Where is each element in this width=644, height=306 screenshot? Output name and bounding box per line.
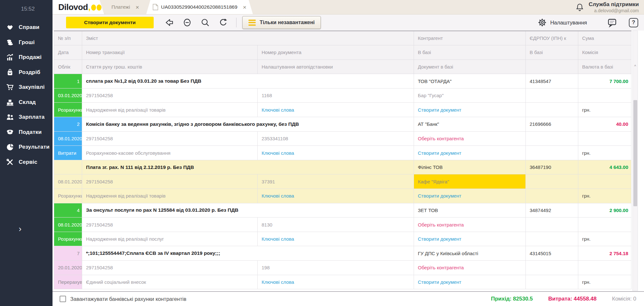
search-icon[interactable] xyxy=(200,17,210,28)
oblik-cell: Розрахунки xyxy=(54,103,82,117)
create-document-link[interactable]: Створити документ xyxy=(414,146,526,160)
support-title: Служба підтримки xyxy=(589,1,639,8)
contragent-cell: ГУ ДПС у Київській області xyxy=(414,246,526,261)
date-cell: 03.01.2020 xyxy=(54,88,82,103)
oblik-cell: Перерахув xyxy=(54,275,82,289)
chat-icon[interactable] xyxy=(607,17,617,28)
totals: Прихід: 82530.5 Витрата: 44558.48 Комісі… xyxy=(491,296,636,302)
handshake-icon xyxy=(5,23,14,32)
settings-button[interactable]: Налаштування xyxy=(537,18,587,27)
table-row: Розрахунки Надходження від реалізації по… xyxy=(54,232,631,246)
col-header-oblik: Облік xyxy=(54,60,82,74)
load-bank-accounts-checkbox[interactable] xyxy=(60,296,66,302)
choose-contragent-link[interactable]: Оберіть контрагента xyxy=(414,131,526,146)
close-icon[interactable]: × xyxy=(136,4,139,10)
create-document-link[interactable]: Створити документ xyxy=(414,103,526,117)
sales-chart-icon xyxy=(5,53,14,61)
col-header-number: № з/п xyxy=(54,31,82,45)
document-number-cell: 198 xyxy=(258,261,414,275)
empty-cell xyxy=(526,275,578,289)
contragent-cell: ТОВ "ОТАРДА" xyxy=(414,74,526,88)
row-number-cell: 2 xyxy=(54,117,82,132)
transaction-number-cell: 2971504258 xyxy=(82,261,258,275)
sidebar-item-sklad[interactable]: Склад xyxy=(0,95,53,110)
table-row: 7 *;101;125554447;Сплата ЄСВ за IV кварт… xyxy=(54,246,631,261)
sidebar-item-spravy[interactable]: Справи xyxy=(0,20,53,35)
create-document-link[interactable]: Створити документ xyxy=(414,189,526,203)
warehouse-icon xyxy=(5,98,14,107)
logo-text: Dilovod xyxy=(58,2,88,12)
table-row: 08.01.2020 2971504258 2353341108 Оберіть… xyxy=(54,131,631,146)
toolbar-icons xyxy=(164,17,228,28)
document-icon xyxy=(153,4,158,10)
sidebar-item-rezultaty[interactable]: Результати xyxy=(0,140,53,155)
keywords-link[interactable]: Ключові слова xyxy=(258,103,414,117)
back-arrow-icon[interactable] xyxy=(164,17,174,28)
cashflow-article-cell: Надходження від реалізації товарів xyxy=(82,103,258,117)
empty-cell xyxy=(526,232,578,246)
selected-contragent-cell[interactable]: Кафе "Ядвіга" xyxy=(414,174,526,189)
keywords-link[interactable]: Ключові слова xyxy=(258,275,414,289)
empty-cell xyxy=(578,174,631,189)
create-document-link[interactable]: Створити документ xyxy=(414,275,526,289)
filter-unloaded-button[interactable]: Тільки незавантажені xyxy=(242,16,321,29)
support-text: Служба підтримки a.delovod@gmail.com xyxy=(589,1,639,13)
commission-label: Комісія: xyxy=(612,296,632,302)
scrollbar-thumb[interactable] xyxy=(633,100,637,206)
keywords-link[interactable]: Ключові слова xyxy=(258,189,414,203)
document-number-cell: 8130 xyxy=(258,218,414,232)
col-header-date: Дата xyxy=(54,45,82,60)
help-button[interactable]: ? xyxy=(629,18,638,27)
tab-platezhi[interactable]: Платежі × xyxy=(105,0,146,14)
collapse-minus-icon[interactable] xyxy=(182,17,192,28)
sidebar-item-zakupivli[interactable]: Закупівлі xyxy=(0,80,53,95)
app-logo[interactable]: Dilovod , xyxy=(53,0,104,14)
expense-label: Витрата: xyxy=(548,296,572,302)
toolbar: Створити документи Тільки незавантажені … xyxy=(53,14,644,31)
empty-cell xyxy=(578,88,631,103)
sidebar-item-zarplata[interactable]: Зарплата xyxy=(0,110,53,125)
currency-cell: грн. xyxy=(578,103,631,117)
create-documents-button[interactable]: Створити документи xyxy=(66,17,154,28)
close-icon[interactable]: × xyxy=(243,4,246,10)
bell-icon[interactable] xyxy=(575,3,584,12)
sidebar-item-podatky[interactable]: Податки xyxy=(0,125,53,140)
base-contragent-cell[interactable]: Бар "Гусар" xyxy=(414,88,526,103)
sidebar-nav: Справи Гроші Продажі Роздріб Закупівлі С… xyxy=(0,20,53,170)
row-number-cell xyxy=(54,160,82,174)
shopping-bag-icon xyxy=(5,68,14,77)
sidebar-collapse-chevron-icon[interactable]: › xyxy=(19,225,22,233)
payment-title-cell: сплата рах №1,2 від 03.01.20 за товар Бе… xyxy=(82,74,414,88)
create-document-link[interactable]: Створити документ xyxy=(414,232,526,246)
scrollbar-up-icon[interactable]: ^ xyxy=(633,31,638,66)
sidebar-item-label: Податки xyxy=(19,129,42,135)
sidebar-item-prodazhi[interactable]: Продажі xyxy=(0,50,53,65)
choose-contragent-link[interactable]: Оберіть контрагента xyxy=(414,218,526,232)
gear-icon xyxy=(537,18,547,27)
sidebar-item-label: Результати xyxy=(19,144,50,150)
sidebar-item-groshi[interactable]: Гроші xyxy=(0,35,53,50)
tab-label: Платежі xyxy=(111,4,130,10)
keywords-link[interactable]: Ключові слова xyxy=(258,146,414,160)
support-block: Служба підтримки a.delovod@gmail.com xyxy=(575,0,644,14)
tools-icon xyxy=(5,158,14,166)
vertical-scrollbar[interactable]: ^ xyxy=(632,31,638,291)
edrpou-cell: 21696666 xyxy=(526,117,578,132)
refresh-icon[interactable] xyxy=(218,17,228,28)
currency-cell: грн. xyxy=(578,146,631,160)
amount-cell: 7 700.00 xyxy=(578,74,631,88)
cart-icon xyxy=(5,83,14,91)
contragent-cell: АТ "Банк" xyxy=(414,117,526,132)
payment-title-cell: *;101;125554447;Сплата ЄСВ за IV квартал… xyxy=(82,246,414,261)
sidebar-item-servis[interactable]: Сервіс xyxy=(0,155,53,170)
keywords-link[interactable]: Ключові слова xyxy=(258,232,414,246)
sidebar-item-rozdrib[interactable]: Роздріб xyxy=(0,65,53,80)
tab-bank-statement[interactable]: UA0330529904400262088151869 × xyxy=(146,0,253,14)
cashflow-article-cell: Надходження від реалізації послуг xyxy=(82,232,258,246)
choose-contragent-link[interactable]: Оберіть контрагента xyxy=(414,261,526,275)
payment-title-cell: За онсульт послуги по рах N 125584 від 0… xyxy=(82,203,414,218)
table-row: Розрахунки Надходження від реалізації то… xyxy=(54,103,631,117)
sidebar-item-label: Роздріб xyxy=(19,69,40,76)
currency-cell: грн. xyxy=(578,275,631,289)
currency-cell: грн. xyxy=(578,189,631,203)
